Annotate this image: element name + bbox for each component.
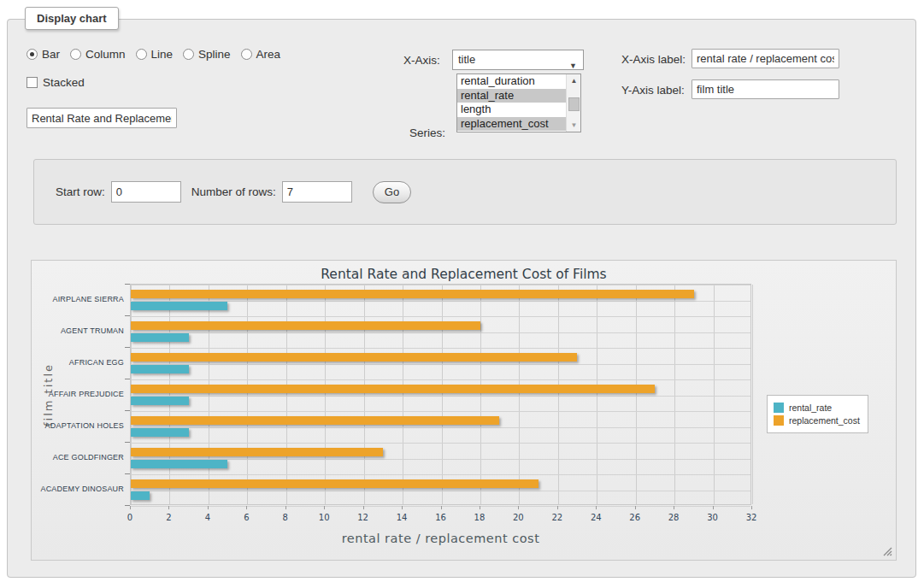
legend-item-replacement_cost[interactable]: replacement_cost xyxy=(774,415,860,426)
gridline-horizontal xyxy=(131,332,750,333)
category-label: ACADEMY DINOSAUR xyxy=(30,485,124,494)
chart-plot-area xyxy=(130,284,751,505)
x-axis-tick xyxy=(751,506,752,509)
gridline-horizontal xyxy=(131,285,750,285)
bar-replacement_cost[interactable] xyxy=(131,385,655,393)
series-option-length[interactable]: length xyxy=(457,103,566,117)
series-list-label: Series: xyxy=(409,126,445,139)
x-axis-tick xyxy=(557,506,558,509)
bar-replacement_cost[interactable] xyxy=(131,290,694,298)
gridline-horizontal xyxy=(131,443,750,444)
bar-rental_rate[interactable] xyxy=(131,333,189,342)
bar-replacement_cost[interactable] xyxy=(131,353,577,362)
gridline-horizontal xyxy=(131,411,750,412)
x-axis-tick-label: 6 xyxy=(235,513,257,522)
chart-type-option-area[interactable]: Area xyxy=(241,48,281,61)
bar-rental_rate[interactable] xyxy=(131,428,189,437)
gridline-vertical xyxy=(247,285,248,504)
go-button[interactable]: Go xyxy=(373,181,411,203)
start-row-input[interactable] xyxy=(111,181,181,203)
gridline-horizontal xyxy=(131,491,750,491)
y-axis-label-label: Y-Axis label: xyxy=(621,84,685,97)
y-axis-tick xyxy=(125,284,130,285)
bar-rental_rate[interactable] xyxy=(131,460,227,468)
category-label: AFRICAN EGG xyxy=(30,358,124,367)
radio-selected-icon[interactable] xyxy=(26,49,38,60)
stacked-checkbox[interactable] xyxy=(26,77,38,88)
chart-title-input[interactable] xyxy=(26,108,177,128)
gridline-horizontal xyxy=(131,396,750,397)
x-axis-tick xyxy=(363,506,364,509)
x-axis-tick-label: 28 xyxy=(662,513,685,522)
scroll-up-icon[interactable]: ▲ xyxy=(567,74,581,87)
bar-rental_rate[interactable] xyxy=(131,302,227,310)
radio-unselected-icon[interactable] xyxy=(241,49,252,60)
bar-replacement_cost[interactable] xyxy=(131,479,539,488)
chart-type-option-column[interactable]: Column xyxy=(70,48,126,61)
gridline-vertical xyxy=(558,285,559,504)
x-axis-tick xyxy=(674,506,674,509)
x-axis-selected-value: title xyxy=(458,53,475,66)
radio-unselected-icon[interactable] xyxy=(183,49,194,60)
x-axis-tick-label: 8 xyxy=(274,513,297,522)
gridline-horizontal xyxy=(131,427,750,428)
chart-type-option-spline[interactable]: Spline xyxy=(183,48,231,61)
bar-rental_rate[interactable] xyxy=(131,365,189,373)
gridline-vertical xyxy=(636,285,637,504)
bar-replacement_cost[interactable] xyxy=(131,416,499,425)
y-axis-tick xyxy=(125,315,130,316)
chart-type-label: Column xyxy=(85,48,126,61)
gridline-vertical xyxy=(714,285,715,504)
resize-grip-icon[interactable] xyxy=(883,547,892,556)
x-axis-tick-label: 30 xyxy=(702,513,724,522)
chart-type-label: Line xyxy=(151,48,174,61)
x-axis-tick-label: 0 xyxy=(119,513,141,522)
x-axis-tick-label: 22 xyxy=(546,513,568,522)
radio-unselected-icon[interactable] xyxy=(136,49,147,60)
x-axis-tick-label: 24 xyxy=(585,513,607,522)
category-label: ADAPTATION HOLES xyxy=(30,421,124,431)
x-axis-tick-label: 2 xyxy=(157,513,180,522)
gridline-horizontal xyxy=(131,364,750,365)
x-axis-tick xyxy=(441,506,442,509)
x-axis-tick-label: 26 xyxy=(624,513,646,522)
gridline-vertical xyxy=(403,285,403,504)
stacked-checkbox-row[interactable]: Stacked xyxy=(26,76,85,89)
chart-type-option-bar[interactable]: Bar xyxy=(26,48,60,61)
row-range-box: Start row: Number of rows: Go xyxy=(33,159,897,225)
chart-type-radio-group: BarColumnLineSplineArea xyxy=(26,48,291,61)
bar-replacement_cost[interactable] xyxy=(131,321,480,330)
category-label: AGENT TRUMAN xyxy=(30,326,124,336)
bar-rental_rate[interactable] xyxy=(131,491,150,500)
chart-type-label: Area xyxy=(256,48,281,61)
legend-swatch xyxy=(774,415,784,426)
y-axis-tick xyxy=(125,347,130,348)
gridline-vertical xyxy=(480,285,481,504)
bar-rental_rate[interactable] xyxy=(131,397,189,405)
panel-legend: Display chart xyxy=(25,7,119,30)
scrollbar-thumb[interactable] xyxy=(568,97,580,111)
gridline-vertical xyxy=(519,285,520,504)
series-option-replacement_cost[interactable]: replacement_cost xyxy=(457,117,566,132)
category-label: ACE GOLDFINGER xyxy=(30,453,124,462)
num-rows-input[interactable] xyxy=(282,181,352,203)
legend-item-rental_rate[interactable]: rental_rate xyxy=(774,403,860,413)
scroll-down-icon[interactable]: ▼ xyxy=(567,119,581,132)
y-axis-tick xyxy=(125,410,130,411)
x-axis-select[interactable]: title ▼ xyxy=(452,50,584,70)
x-axis-tick xyxy=(713,506,714,509)
chart-type-label: Spline xyxy=(198,48,231,61)
series-listbox[interactable]: rental_durationrental_ratelengthreplacem… xyxy=(456,73,581,132)
series-option-rental_rate[interactable]: rental_rate xyxy=(457,89,566,103)
gridline-vertical xyxy=(169,285,170,504)
series-scrollbar[interactable]: ▲ ▼ xyxy=(566,74,580,132)
x-axis-label-input[interactable] xyxy=(692,49,839,68)
radio-unselected-icon[interactable] xyxy=(70,49,81,60)
x-axis-tick-label: 18 xyxy=(468,513,491,522)
bar-replacement_cost[interactable] xyxy=(131,448,383,456)
gridline-vertical xyxy=(752,285,753,504)
y-axis-label-input[interactable] xyxy=(692,79,839,99)
chart-type-option-line[interactable]: Line xyxy=(136,48,174,61)
series-option-rental_duration[interactable]: rental_duration xyxy=(457,74,566,89)
gridline-vertical xyxy=(286,285,287,504)
